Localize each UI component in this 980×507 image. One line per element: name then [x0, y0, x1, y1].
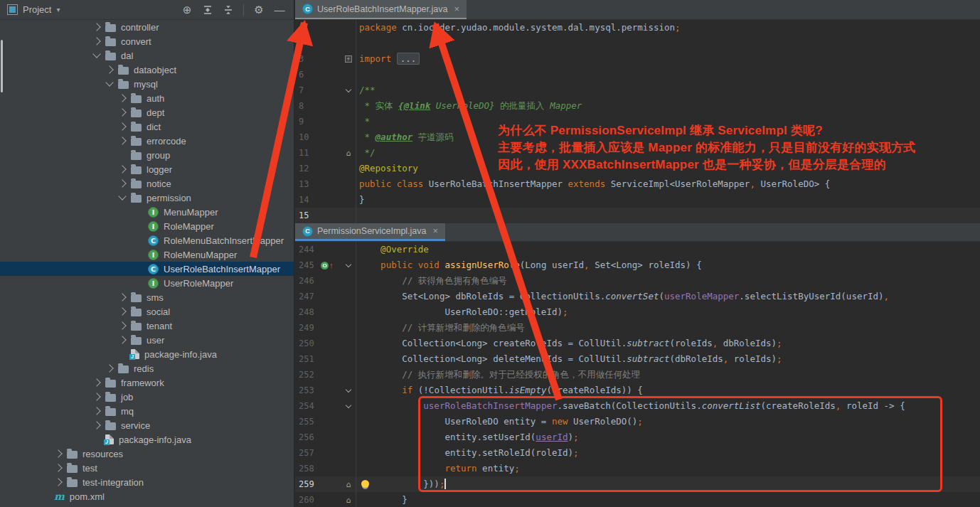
tree-item-mq[interactable]: mq	[0, 404, 294, 418]
project-title[interactable]: Project	[23, 4, 51, 15]
code-line-10[interactable]: 10 * @author 芋道源码	[295, 129, 980, 145]
chevron-collapsed-icon[interactable]	[118, 321, 126, 329]
code-line-251[interactable]: 251 Collection<Long> deleteMenuIds = Col…	[295, 351, 980, 367]
fold-end-icon[interactable]: ⌂	[346, 149, 351, 158]
tree-item-pom.xml[interactable]: mpom.xml	[0, 489, 294, 503]
expand-collapse-icon[interactable]	[223, 4, 234, 16]
code-line-2[interactable]: 2	[295, 36, 980, 51]
code-line-8[interactable]: 8 * 实体 {@link UserRoleDO} 的批量插入 Mapper	[295, 98, 980, 114]
close-icon[interactable]: ×	[454, 6, 459, 13]
tree-item-dict[interactable]: dict	[0, 119, 294, 134]
hide-panel-icon[interactable]: —	[274, 4, 285, 16]
tree-item-errorcode[interactable]: errorcode	[0, 134, 294, 148]
tree-item-dept[interactable]: dept	[0, 105, 294, 119]
code-line-245[interactable]: 245O↑ public void assignUserRole(Long us…	[295, 257, 980, 273]
chevron-expanded-icon[interactable]	[118, 192, 126, 200]
chevron-collapsed-icon[interactable]	[118, 137, 126, 144]
overrides-method-icon[interactable]: O	[321, 262, 329, 269]
code-line-258[interactable]: 258 return entity;	[295, 461, 980, 476]
chevron-collapsed-icon[interactable]	[54, 478, 62, 486]
chevron-collapsed-icon[interactable]	[118, 336, 126, 343]
tree-item-tenant[interactable]: tenant	[0, 319, 294, 333]
code-line-244[interactable]: 244 @Override	[295, 242, 980, 257]
code-line-255[interactable]: 255 UserRoleDO entity = new UserRoleDO()…	[295, 414, 980, 429]
code-line-15[interactable]: 15	[295, 208, 980, 223]
chevron-collapsed-icon[interactable]	[118, 122, 126, 130]
tree-item-permission[interactable]: permission	[0, 191, 294, 205]
tree-item-convert[interactable]: convert	[0, 34, 294, 48]
tree-item-package-info.java[interactable]: Jpackage-info.java	[0, 432, 294, 447]
intention-bulb-icon[interactable]	[361, 480, 369, 488]
code-line-256[interactable]: 256 entity.setUserId(userId);	[295, 429, 980, 445]
tree-item-userrolemapper[interactable]: IUserRoleMapper	[0, 276, 294, 290]
code-line-253[interactable]: 253 if (!CollectionUtil.isEmpty(createRo…	[295, 383, 980, 398]
tree-item-social[interactable]: social	[0, 304, 294, 319]
tree-item-logger[interactable]: logger	[0, 162, 294, 176]
tree-item-framework[interactable]: framework	[0, 375, 294, 390]
chevron-collapsed-icon[interactable]	[54, 464, 62, 471]
tree-item-menumapper[interactable]: IMenuMapper	[0, 205, 294, 219]
editor-top[interactable]: C UserRoleBatchInsertMapper.java × 1pack…	[295, 0, 980, 223]
tree-item-notice[interactable]: notice	[0, 176, 294, 191]
tree-item-userrolebatchinsertmapper[interactable]: CUserRoleBatchInsertMapper	[0, 262, 294, 276]
code-line-250[interactable]: 250 Collection<Long> createRoleIds = Col…	[295, 336, 980, 351]
tree-item-job[interactable]: job	[0, 390, 294, 404]
chevron-expanded-icon[interactable]	[105, 78, 113, 86]
chevron-collapsed-icon[interactable]	[92, 378, 100, 386]
tree-item-rolemenumapper[interactable]: IRoleMenuMapper	[0, 247, 294, 262]
chevron-collapsed-icon[interactable]	[118, 165, 126, 173]
top-code[interactable]: 1package cn.iocoder.yudao.module.system.…	[295, 20, 980, 223]
tree-item-resources[interactable]: resources	[0, 447, 294, 461]
collapse-all-icon[interactable]	[202, 4, 213, 16]
locate-file-icon[interactable]: ⊕	[181, 4, 193, 16]
code-line-7[interactable]: 7/**	[295, 82, 980, 98]
tree-item-rolemenubatchinsertmapper[interactable]: CRoleMenuBatchInsertMapper	[0, 233, 294, 247]
code-line-259[interactable]: 259⌂ }));	[295, 476, 980, 492]
chevron-down-icon[interactable]: ▾	[56, 6, 60, 14]
tree-item-service[interactable]: service	[0, 418, 294, 432]
tree-item-test-integration[interactable]: test-integration	[0, 475, 294, 489]
fold-collapse-icon[interactable]	[346, 386, 351, 392]
tree-item-user[interactable]: user	[0, 333, 294, 347]
chevron-collapsed-icon[interactable]	[92, 37, 100, 45]
fold-collapse-icon[interactable]	[346, 86, 351, 92]
code-line-9[interactable]: 9 *	[295, 114, 980, 129]
bottom-code[interactable]: 244 @Override245O↑ public void assignUse…	[295, 242, 980, 507]
tree-item-controller[interactable]: controller	[0, 20, 294, 34]
code-line-248[interactable]: 248 UserRoleDO::getRoleId);	[295, 304, 980, 320]
code-line-11[interactable]: 11⌂ */	[295, 145, 980, 161]
code-line-260[interactable]: 260⌂ }	[295, 492, 980, 507]
code-line-6[interactable]: 6	[295, 67, 980, 82]
close-icon[interactable]: ×	[433, 228, 439, 235]
tree-item-dataobject[interactable]: dataobject	[0, 63, 294, 77]
fold-collapse-icon[interactable]	[346, 261, 351, 267]
code-line-249[interactable]: 249 // 计算新增和删除的角色编号	[295, 320, 980, 336]
chevron-collapsed-icon[interactable]	[118, 108, 126, 116]
chevron-collapsed-icon[interactable]	[118, 293, 126, 301]
tree-item-rolemapper[interactable]: IRoleMapper	[0, 219, 294, 233]
chevron-expanded-icon[interactable]	[92, 50, 100, 58]
code-line-252[interactable]: 252 // 执行新增和删除。对于已经授权的角色，不用做任何处理	[295, 367, 980, 383]
code-line-257[interactable]: 257 entity.setRoleId(roleId);	[295, 445, 980, 461]
fold-end-icon[interactable]: ⌂	[346, 496, 351, 505]
tree-item-mysql[interactable]: mysql	[0, 77, 294, 91]
tab-permissionserviceimpl[interactable]: C PermissionServiceImpl.java ×	[295, 223, 445, 241]
editor-bottom[interactable]: C PermissionServiceImpl.java × 244 @Over…	[295, 223, 980, 507]
tab-userrolebatchinsertmapper[interactable]: C UserRoleBatchInsertMapper.java ×	[295, 0, 467, 19]
tree-item-group[interactable]: group	[0, 148, 294, 162]
tree-item-test[interactable]: test	[0, 461, 294, 475]
fold-expand-icon[interactable]: +	[345, 55, 352, 63]
tree-item-package-info.java[interactable]: Jpackage-info.java	[0, 347, 294, 361]
tree-item-auth[interactable]: auth	[0, 91, 294, 105]
chevron-collapsed-icon[interactable]	[92, 407, 100, 415]
chevron-collapsed-icon[interactable]	[92, 393, 100, 400]
chevron-collapsed-icon[interactable]	[54, 449, 62, 457]
tree-scrollbar[interactable]	[1, 40, 3, 92]
chevron-collapsed-icon[interactable]	[118, 307, 126, 315]
fold-collapse-icon[interactable]	[346, 402, 351, 407]
code-line-12[interactable]: 12@Repository	[295, 161, 980, 176]
chevron-collapsed-icon[interactable]	[118, 94, 126, 102]
code-line-13[interactable]: 13public class UserRoleBatchInsertMapper…	[295, 176, 980, 192]
chevron-collapsed-icon[interactable]	[118, 179, 126, 187]
chevron-collapsed-icon[interactable]	[92, 23, 100, 31]
